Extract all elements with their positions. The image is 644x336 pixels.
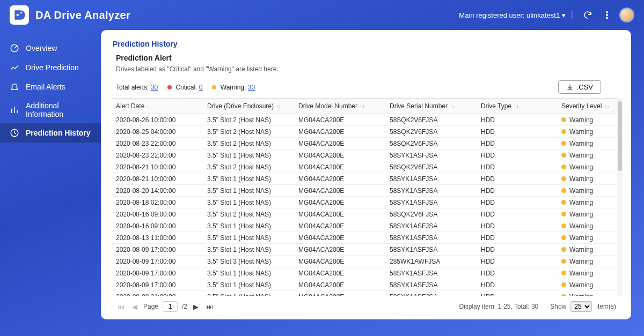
cell-enclosure: 3.5" Slot 2 (Host NAS) xyxy=(203,161,294,173)
cell-severity: Warning xyxy=(557,244,623,256)
page-size-select[interactable]: 25 xyxy=(570,301,592,312)
cell-model: MG04ACA200E xyxy=(294,173,385,185)
table-row[interactable]: 2020-08-25 04:00:003.5" Slot 2 (Host NAS… xyxy=(112,126,623,138)
warning-dot-icon xyxy=(561,176,566,181)
page-first-button[interactable]: ⏮ xyxy=(116,303,126,311)
cell-date: 2020-08-09 17:00:00 xyxy=(112,256,203,267)
cell-type: HDD xyxy=(477,185,557,197)
cell-date: 2020-08-23 22:00:00 xyxy=(112,150,203,161)
cell-model: MG04ACA200E xyxy=(294,208,385,220)
total-alerts-link[interactable]: 30 xyxy=(151,84,158,91)
cell-enclosure: 3.5" Slot 1 (Host NAS) xyxy=(203,232,294,244)
page-last-button[interactable]: ⏭ xyxy=(204,303,215,311)
warning-dot-icon xyxy=(561,129,566,134)
cell-date: 2020-08-23 22:00:00 xyxy=(112,138,203,150)
table-row[interactable]: 2020-08-09 17:00:003.5" Slot 1 (Host NAS… xyxy=(112,279,623,291)
sidebar-item-prediction-history[interactable]: Prediction History xyxy=(0,123,101,143)
bell-icon xyxy=(10,82,19,92)
cell-date: 2020-08-09 17:00:00 xyxy=(112,267,203,279)
bars-icon xyxy=(10,105,19,115)
cell-model: MG04ACA200E xyxy=(294,126,385,138)
col-alert-date[interactable]: Alert Date↓ xyxy=(112,99,203,114)
export-csv-button[interactable]: .CSV xyxy=(558,80,601,94)
cell-enclosure: 3.5" Slot 2 (Host NAS) xyxy=(203,126,294,138)
sidebar-item-label: Overview xyxy=(26,44,57,53)
sidebar-item-additional-information[interactable]: Additional Information xyxy=(0,96,101,123)
download-icon xyxy=(566,84,574,91)
sidebar-item-drive-prediction[interactable]: Drive Prediction xyxy=(0,58,101,77)
chevron-down-icon: ▾ xyxy=(562,11,566,19)
svg-point-4 xyxy=(606,17,608,18)
critical-label: Critical: 0 xyxy=(167,84,202,91)
vertical-scrollbar[interactable] xyxy=(617,98,623,296)
col-drive-enclosure[interactable]: Drive (Drive Enclosure)↑↓ xyxy=(203,99,294,114)
table-row[interactable]: 2020-08-09 17:00:003.5" Slot 3 (Host NAS… xyxy=(112,256,623,267)
more-button[interactable] xyxy=(599,7,615,23)
cell-enclosure: 3.5" Slot 1 (Host NAS) xyxy=(203,150,294,161)
warning-dot-icon xyxy=(561,247,566,252)
table-row[interactable]: 2020-08-21 10:00:003.5" Slot 1 (Host NAS… xyxy=(112,173,623,185)
cell-severity: Warning xyxy=(557,161,623,173)
cell-severity: Warning xyxy=(557,173,623,185)
warning-dot-icon xyxy=(561,259,566,264)
critical-dot-icon xyxy=(167,85,172,89)
cell-model: MG04ACA200E xyxy=(294,279,385,291)
table-row[interactable]: 2020-08-23 22:00:003.5" Slot 1 (Host NAS… xyxy=(112,150,623,161)
section-description: Drives labeled as "Critical" and "Warnin… xyxy=(101,65,631,80)
cell-model: MG04ACA200E xyxy=(294,244,385,256)
cell-type: HDD xyxy=(477,220,557,232)
svg-point-0 xyxy=(17,14,19,16)
cell-severity: Warning xyxy=(557,197,623,208)
table-row[interactable]: 2020-08-21 10:00:003.5" Slot 2 (Host NAS… xyxy=(112,161,623,173)
sort-icon: ↑↓ xyxy=(450,103,455,109)
table-row[interactable]: 2020-08-13 11:00:003.5" Slot 1 (Host NAS… xyxy=(112,232,623,244)
sidebar-item-overview[interactable]: Overview xyxy=(0,39,101,58)
table-row[interactable]: 2020-08-18 02:00:003.5" Slot 1 (Host NAS… xyxy=(112,197,623,208)
page-input[interactable] xyxy=(163,301,178,312)
avatar[interactable] xyxy=(619,8,634,23)
clock-icon xyxy=(10,128,19,138)
table-row[interactable]: 2020-08-09 17:00:003.5" Slot 1 (Host NAS… xyxy=(112,244,623,256)
cell-type: HDD xyxy=(477,150,557,161)
user-dropdown[interactable]: Main registered user: ulinkatest1 ▾ xyxy=(459,11,566,19)
cell-date: 2020-08-16 09:00:00 xyxy=(112,208,203,220)
scrollbar-thumb[interactable] xyxy=(618,101,622,171)
sidebar-item-email-alerts[interactable]: Email Alerts xyxy=(0,77,101,96)
cell-model: MG04ACA200E xyxy=(294,114,385,126)
table-row[interactable]: 2020-08-23 22:00:003.5" Slot 2 (Host NAS… xyxy=(112,138,623,150)
cell-date: 2020-08-16 09:00:00 xyxy=(112,220,203,232)
refresh-button[interactable] xyxy=(580,7,596,23)
table-row[interactable]: 2020-08-16 09:00:003.5" Slot 1 (Host NAS… xyxy=(112,220,623,232)
cell-type: HDD xyxy=(477,232,557,244)
table-row[interactable]: 2020-08-16 09:00:003.5" Slot 2 (Host NAS… xyxy=(112,208,623,220)
table-row[interactable]: 2020-08-09 17:00:003.5" Slot 1 (Host NAS… xyxy=(112,267,623,279)
cell-date: 2020-08-13 11:00:00 xyxy=(112,232,203,244)
cell-model: MG04ACA200E xyxy=(294,150,385,161)
main-panel: Prediction History Prediction Alert Driv… xyxy=(101,30,631,319)
cell-serial: 58SQK2V6FJSA xyxy=(385,126,477,138)
cell-model: MG04ACA200E xyxy=(294,185,385,197)
page-prev-button[interactable]: ◀ xyxy=(130,303,139,311)
cell-serial: 58SYK1ASFJSA xyxy=(385,197,477,208)
page-next-button[interactable]: ▶ xyxy=(192,303,200,311)
cell-date: 2020-08-26 10:00:00 xyxy=(112,114,203,126)
cell-model: MG04ACA200E xyxy=(294,138,385,150)
cell-enclosure: 3.5" Slot 2 (Host NAS) xyxy=(203,138,294,150)
refresh-icon xyxy=(583,10,592,20)
col-severity[interactable]: Severity Level↑↓ xyxy=(557,99,623,114)
table-row[interactable]: 2020-08-26 10:00:003.5" Slot 2 (Host NAS… xyxy=(112,114,623,126)
table-row[interactable]: 2020-08-20 14:00:003.5" Slot 1 (Host NAS… xyxy=(112,185,623,197)
alerts-table-wrap: Alert Date↓ Drive (Drive Enclosure)↑↓ Dr… xyxy=(112,98,623,296)
col-drive-type[interactable]: Drive Type↑↓ xyxy=(477,99,557,114)
sidebar-item-label: Prediction History xyxy=(26,129,91,137)
table-row[interactable]: 2020-08-08 21:00:003.5" Slot 1 (Host NAS… xyxy=(112,291,623,296)
section-title: Prediction Alert xyxy=(101,54,631,65)
show-label: Show xyxy=(550,303,566,310)
col-drive-model[interactable]: Drive Model Number↑↓ xyxy=(294,99,385,114)
warning-link[interactable]: 30 xyxy=(248,84,255,91)
svg-point-1 xyxy=(20,12,22,13)
critical-link[interactable]: 0 xyxy=(199,84,203,91)
cell-serial: 58SYK1ASFJSA xyxy=(385,173,477,185)
cell-serial: 58SYK1ASFJSA xyxy=(385,150,477,161)
col-drive-serial[interactable]: Drive Serial Number↑↓ xyxy=(385,99,477,114)
